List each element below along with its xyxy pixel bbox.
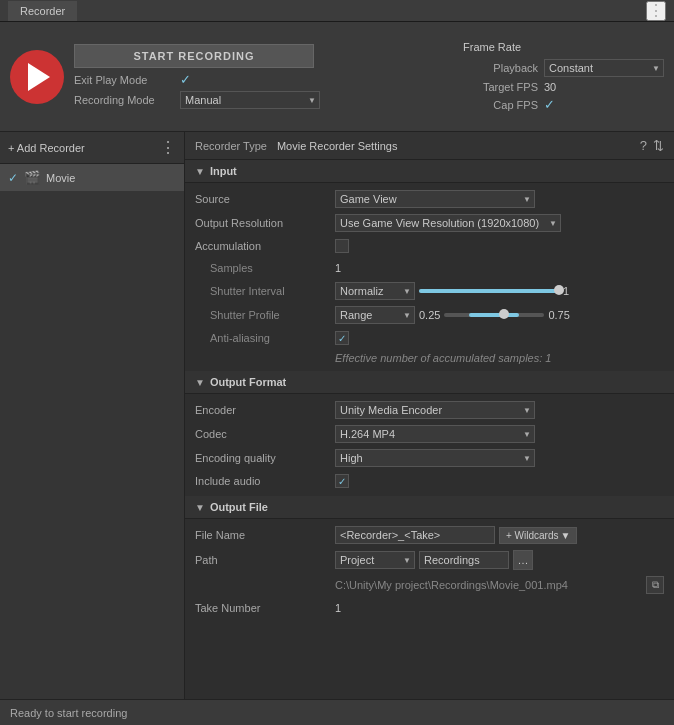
shutter-interval-slider[interactable] [419, 289, 559, 293]
path-browse-button[interactable]: … [513, 550, 533, 570]
playback-select-wrapper: Constant [544, 59, 664, 77]
encoder-select[interactable]: Unity Media Encoder [335, 401, 535, 419]
encoder-label: Encoder [195, 404, 335, 416]
recorder-type-icons: ? ⇅ [640, 138, 664, 153]
recording-mode-label: Recording Mode [74, 94, 174, 106]
wildcards-button[interactable]: + Wildcards ▼ [499, 527, 577, 544]
accumulation-row: Accumulation [185, 235, 674, 257]
sidebar-item-movie[interactable]: ✓ 🎬 Movie [0, 164, 184, 191]
shutter-profile-max: 0.75 [548, 309, 569, 321]
input-section-header[interactable]: ▼ Input [185, 160, 674, 183]
encoder-row: Encoder Unity Media Encoder [185, 398, 674, 422]
tab-menu-button[interactable]: ⋮ [646, 1, 666, 21]
source-label: Source [195, 193, 335, 205]
output-resolution-label: Output Resolution [195, 217, 335, 229]
encoding-quality-label: Encoding quality [195, 452, 335, 464]
top-toolbar: START RECORDING Exit Play Mode ✓ Recordi… [0, 22, 674, 132]
shutter-profile-row: Shutter Profile Range 0.25 0.75 [185, 303, 674, 327]
target-fps-row: Target FPS 30 [463, 81, 664, 93]
anti-aliasing-row: Anti-aliasing ✓ [185, 327, 674, 349]
wildcards-dropdown-icon: ▼ [561, 530, 571, 541]
path-folder-input[interactable] [419, 551, 509, 569]
shutter-profile-select-wrapper: Range [335, 306, 415, 324]
play-icon [28, 63, 50, 91]
full-path-row: C:\Unity\My project\Recordings\Movie_001… [185, 573, 674, 597]
take-number-label: Take Number [195, 602, 335, 614]
file-name-input[interactable] [335, 526, 495, 544]
file-name-row: File Name + Wildcards ▼ [185, 523, 674, 547]
shutter-profile-slider[interactable] [444, 313, 544, 317]
path-type-select[interactable]: Project [335, 551, 415, 569]
recording-mode-select-wrapper: Manual [180, 91, 320, 109]
sidebar: + Add Recorder ⋮ ✓ 🎬 Movie [0, 132, 185, 699]
cap-fps-check: ✓ [544, 97, 555, 112]
accumulation-checkbox[interactable] [335, 239, 349, 253]
anti-aliasing-checkbox[interactable]: ✓ [335, 331, 349, 345]
effective-note: Effective number of accumulated samples:… [185, 349, 674, 367]
shutter-interval-select[interactable]: Normaliz [335, 282, 415, 300]
output-resolution-select-wrapper: Use Game View Resolution (1920x1080) [335, 214, 561, 232]
path-type-select-wrapper: Project [335, 551, 415, 569]
playback-row: Playback Constant [463, 59, 664, 77]
status-bar: Ready to start recording [0, 699, 674, 725]
movie-icon: 🎬 [24, 170, 40, 185]
include-audio-checkbox[interactable]: ✓ [335, 474, 349, 488]
output-file-section-title: Output File [210, 501, 268, 513]
exit-play-mode-row: Exit Play Mode ✓ [74, 72, 443, 87]
recorder-type-value: Movie Recorder Settings [277, 140, 640, 152]
cap-fps-label: Cap FPS [463, 99, 538, 111]
output-resolution-select[interactable]: Use Game View Resolution (1920x1080) [335, 214, 561, 232]
settings-icon-button[interactable]: ⇅ [653, 138, 664, 153]
path-row: Path Project … [185, 547, 674, 573]
shutter-interval-row: Shutter Interval Normaliz 1 [185, 279, 674, 303]
codec-select-wrapper: H.264 MP4 [335, 425, 535, 443]
recording-mode-select[interactable]: Manual [180, 91, 320, 109]
file-name-label: File Name [195, 529, 335, 541]
shutter-interval-select-wrapper: Normaliz [335, 282, 415, 300]
source-select[interactable]: Game View [335, 190, 535, 208]
anti-aliasing-label: Anti-aliasing [195, 332, 335, 344]
start-recording-button[interactable]: START RECORDING [74, 44, 314, 68]
shutter-profile-min: 0.25 [419, 309, 440, 321]
source-select-wrapper: Game View [335, 190, 535, 208]
samples-row: Samples 1 [185, 257, 674, 279]
source-row: Source Game View [185, 187, 674, 211]
status-text: Ready to start recording [10, 707, 127, 719]
output-format-section-title: Output Format [210, 376, 286, 388]
playback-select[interactable]: Constant [544, 59, 664, 77]
tab-label: Recorder [20, 5, 65, 17]
samples-value: 1 [335, 262, 341, 274]
tab-bar: Recorder ⋮ [0, 0, 674, 22]
output-format-form-section: Encoder Unity Media Encoder Codec H.264 … [185, 394, 674, 496]
shutter-interval-label: Shutter Interval [195, 285, 335, 297]
right-panel: Recorder Type Movie Recorder Settings ? … [185, 132, 674, 699]
path-label: Path [195, 554, 335, 566]
codec-select[interactable]: H.264 MP4 [335, 425, 535, 443]
samples-label: Samples [195, 262, 335, 274]
sidebar-item-label: Movie [46, 172, 75, 184]
output-format-section-header[interactable]: ▼ Output Format [185, 371, 674, 394]
start-recording-play-button[interactable] [10, 50, 64, 104]
recorder-tab[interactable]: Recorder [8, 1, 77, 21]
include-audio-row: Include audio ✓ [185, 470, 674, 492]
shutter-profile-label: Shutter Profile [195, 309, 335, 321]
full-path-text: C:\Unity\My project\Recordings\Movie_001… [335, 579, 568, 591]
recording-mode-row: Recording Mode Manual [74, 91, 443, 109]
sidebar-menu-icon[interactable]: ⋮ [160, 138, 176, 157]
take-number-row: Take Number 1 [185, 597, 674, 619]
include-audio-check-icon: ✓ [338, 476, 346, 487]
add-recorder-button[interactable]: + Add Recorder [8, 142, 85, 154]
filename-row: + Wildcards ▼ [335, 526, 577, 544]
encoding-quality-select[interactable]: High [335, 449, 535, 467]
output-file-section-header[interactable]: ▼ Output File [185, 496, 674, 519]
exit-play-mode-check: ✓ [180, 72, 191, 87]
toolbar-main: START RECORDING Exit Play Mode ✓ Recordi… [74, 44, 443, 109]
copy-path-button[interactable]: ⧉ [646, 576, 664, 594]
shutter-profile-select[interactable]: Range [335, 306, 415, 324]
playback-label: Playback [463, 62, 538, 74]
help-icon-button[interactable]: ? [640, 138, 647, 153]
main-area: + Add Recorder ⋮ ✓ 🎬 Movie Recorder Type… [0, 132, 674, 699]
accumulation-label: Accumulation [195, 240, 335, 252]
output-file-collapse-icon: ▼ [195, 502, 205, 513]
cap-fps-row: Cap FPS ✓ [463, 97, 664, 112]
